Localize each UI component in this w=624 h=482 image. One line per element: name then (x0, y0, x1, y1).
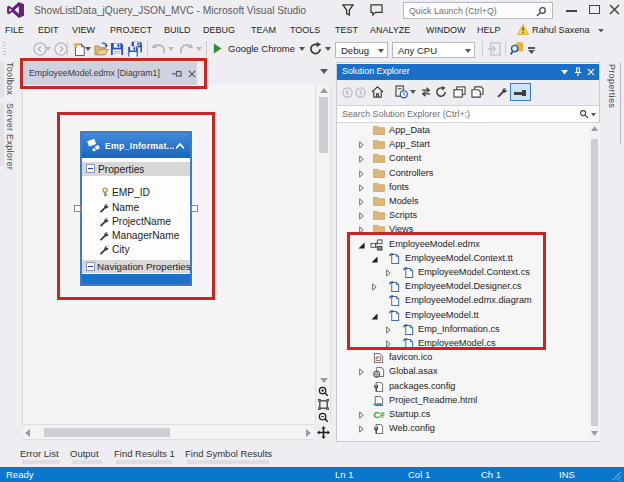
svg-text:C#: C# (374, 410, 385, 420)
